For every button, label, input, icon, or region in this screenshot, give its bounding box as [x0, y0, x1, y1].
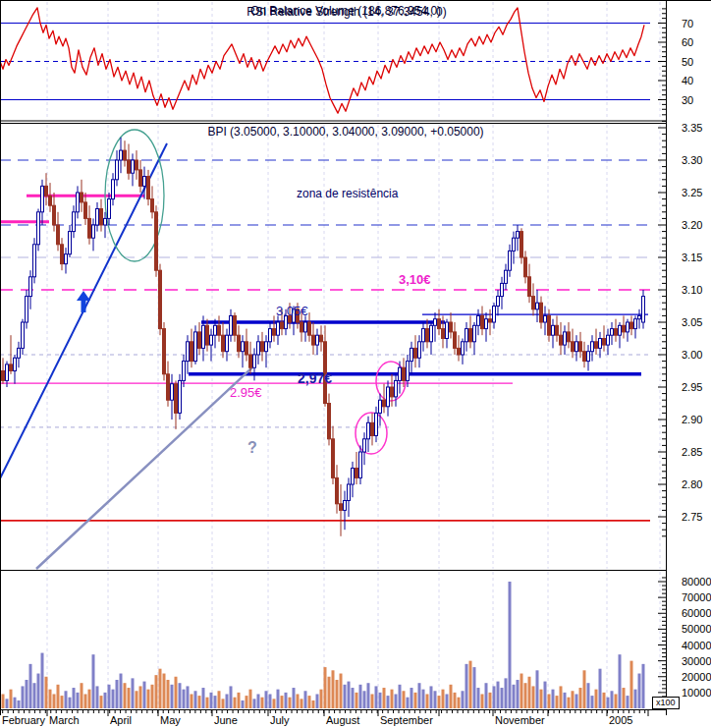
candle-body [332, 439, 335, 478]
candle-body [489, 319, 492, 322]
candle-body [57, 225, 60, 245]
candle-body [77, 193, 80, 212]
candle-body [615, 329, 618, 336]
candle-body [623, 325, 626, 332]
candle-body [120, 150, 123, 160]
candle-body [277, 322, 280, 335]
volume-bar [407, 698, 410, 708]
volume-bar [434, 691, 437, 708]
volume-bar [607, 698, 610, 708]
volume-bar [167, 680, 170, 708]
volume-bar [560, 686, 563, 708]
volume-bar [387, 696, 390, 708]
volume-bar [120, 674, 123, 708]
candle-body [26, 297, 28, 322]
volume-bar [261, 698, 264, 708]
main-chart-title: BPI (3.05000, 3.10000, 3.04000, 3.09000,… [207, 126, 483, 138]
rsi-axis-label: 70 [682, 18, 693, 29]
volume-bar [615, 694, 618, 708]
price-axis-label: 3.05 [682, 316, 702, 328]
volume-bar [289, 698, 292, 708]
volume-bar [57, 685, 60, 708]
candle-body [634, 319, 637, 329]
candle-body [568, 332, 571, 342]
candle-body [312, 335, 315, 345]
volume-bar [418, 683, 421, 708]
volume-bar [450, 685, 453, 708]
candle-body [422, 329, 425, 342]
candle-body [520, 232, 523, 257]
volume-bar [69, 698, 72, 708]
volume-bar [18, 700, 21, 708]
rsi-axis-label: 30 [682, 94, 693, 106]
candle-body [348, 484, 351, 501]
volume-bar [458, 698, 461, 708]
price-axis-label: 3.15 [682, 252, 702, 263]
candle-body [410, 348, 413, 361]
price-level-label-305: 3,05€ [276, 305, 308, 317]
candle-body [340, 504, 343, 511]
month-label: 2005 [609, 714, 632, 726]
volume-bar [104, 693, 107, 708]
candle-body [524, 257, 527, 277]
candle-body [194, 332, 197, 362]
candle-body [336, 477, 339, 503]
candle-body [642, 297, 645, 322]
candle-body [611, 329, 614, 336]
price-axis-label: 2.90 [682, 414, 702, 425]
candle-body [403, 367, 406, 380]
candle-body [320, 335, 323, 342]
volume-bar [132, 678, 135, 708]
candle-body [191, 342, 193, 362]
candle-body [509, 251, 512, 270]
candle-body [45, 186, 48, 196]
volume-bar [124, 683, 127, 708]
volume-bar [493, 686, 496, 708]
volume-bar [281, 696, 284, 708]
volume-bar [348, 682, 351, 708]
candle-body [575, 342, 578, 352]
candle-body [501, 283, 504, 296]
volume-bar [469, 661, 472, 708]
candle-body [179, 380, 182, 413]
candle-body [151, 199, 154, 212]
volume-bar [391, 690, 394, 708]
volume-bar [399, 685, 402, 708]
volume-bar [536, 670, 539, 708]
volume-bar [194, 691, 197, 708]
volume-bar [151, 685, 154, 708]
price-axis-label: 2.80 [682, 478, 702, 490]
candle-body [367, 422, 370, 439]
volume-bar [579, 688, 582, 708]
candle-body [387, 387, 390, 407]
volume-bar [73, 688, 76, 708]
volume-bar [277, 690, 280, 708]
volume-bar [344, 685, 347, 708]
candle-body [37, 212, 40, 245]
volume-bar [230, 686, 233, 708]
volume-bar [324, 667, 327, 708]
candle-body [630, 322, 633, 329]
volume-bar [336, 680, 339, 708]
volume-scale-badge: x100 [652, 697, 680, 709]
candle-body [147, 177, 150, 199]
candle-body [462, 342, 465, 355]
volume-bar [210, 693, 213, 708]
candle-body [210, 335, 213, 345]
candle-body [544, 315, 547, 322]
volume-bar [634, 690, 637, 708]
volume-bar [627, 696, 629, 708]
volume-bar [257, 694, 260, 708]
volume-bar [540, 690, 543, 708]
candle-body [136, 160, 138, 170]
volume-bar [552, 690, 555, 708]
volume-bar [218, 691, 221, 708]
rsi-axis-label: 60 [682, 36, 693, 48]
candle-body [143, 177, 146, 187]
candle-body [430, 325, 433, 342]
candle-body [465, 329, 468, 342]
candle-body [22, 322, 25, 348]
candle-body [383, 400, 386, 407]
volume-bar [572, 691, 574, 708]
candle-body [206, 325, 209, 345]
